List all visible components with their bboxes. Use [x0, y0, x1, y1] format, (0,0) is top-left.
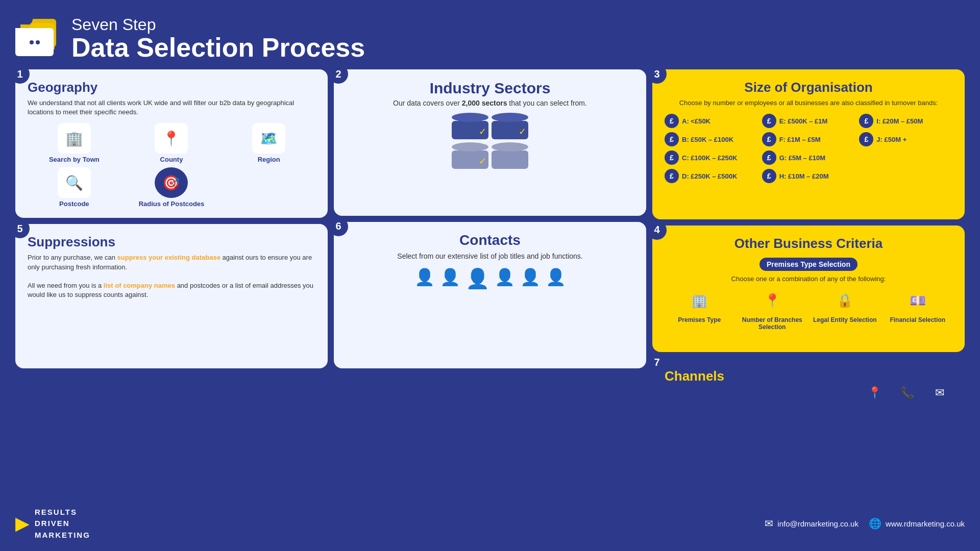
footer-email: ✉ info@rdmarketing.co.uk	[765, 517, 859, 530]
globe-icon: 🌐	[869, 517, 881, 530]
size-label-d: D: £250K – £500K	[682, 172, 737, 180]
geo-icons-grid: 🏢 Search by Town 📍 County 🗺️ Region 🔍 Po…	[28, 123, 315, 208]
pound-icon-j: £	[859, 132, 873, 146]
footer-website: 🌐 www.rdmarketing.co.uk	[869, 517, 965, 530]
db-icon-1: ✓	[452, 113, 488, 139]
right-column: 3 Size of Organisation Choose by number …	[652, 69, 965, 496]
pound-icon-h: £	[762, 169, 776, 183]
step5-body2: All we need from you is a list of compan…	[28, 281, 315, 299]
step2-title: Industry Sectors	[430, 80, 551, 96]
db-icon-4	[492, 142, 528, 169]
criteria-icons-grid: 🏢 Premises Type 📍 Number of Branches Sel…	[665, 288, 952, 331]
step4-subtitle: Choose one or a combination of any of th…	[665, 275, 952, 283]
geo-radius-icon: 🎯	[155, 167, 188, 198]
geo-county-icon: 📍	[155, 123, 188, 154]
size-item-a: £ A: <£50K	[665, 114, 758, 128]
person-icon-1: 👤	[414, 267, 435, 290]
content-layout: 1 Geography We understand that not all c…	[15, 69, 965, 496]
size-item-g: £ G: £5M – £10M	[762, 151, 855, 165]
geo-region-icon: 🗺️	[252, 123, 285, 154]
folder-icon	[15, 19, 61, 57]
geo-postcode-label: Postcode	[59, 200, 89, 208]
footer-contact: ✉ info@rdmarketing.co.uk 🌐 www.rdmarketi…	[765, 517, 965, 530]
db-icon-3: ✓	[452, 142, 488, 169]
geo-region-label: Region	[258, 156, 280, 163]
step5-body2-pre: All we need from you is a	[28, 282, 104, 289]
step2-badge: 2	[329, 64, 348, 84]
header-subtitle: Seven Step	[71, 15, 365, 34]
step5-title: Suppressions	[28, 234, 315, 250]
person-icon-3: 👤	[465, 267, 489, 290]
branches-icon: 📍	[759, 288, 786, 314]
premises-type-label: Premises Type	[678, 316, 721, 323]
email-icon: ✉	[765, 517, 773, 530]
size-item-empty2	[859, 169, 952, 183]
size-label-h: H: £10M – £20M	[779, 172, 829, 180]
pound-icon-g: £	[762, 151, 776, 165]
step6-badge: 6	[329, 217, 348, 236]
premises-badge: Premises Type Selection	[760, 258, 857, 271]
geo-item-radius: 🎯 Radius of Postcodes	[125, 167, 218, 208]
geo-town-label: Search by Town	[49, 156, 100, 163]
step3-size-card: 3 Size of Organisation Choose by number …	[652, 69, 965, 219]
step1-body: We understand that not all clients work …	[28, 98, 315, 117]
footer-logo-line1: RESULTS	[35, 507, 90, 518]
pound-icon-c: £	[665, 151, 679, 165]
step5-suppressions-card: 5 Suppressions Prior to any purchase, we…	[15, 224, 328, 368]
footer-logo-text: RESULTS DRIVEN MARKETING	[35, 507, 90, 541]
left-column: 1 Geography We understand that not all c…	[15, 69, 328, 368]
step3-badge: 3	[647, 64, 667, 84]
step7-badge: 7	[647, 353, 667, 372]
step6-title: Contacts	[459, 232, 521, 248]
step4-title: Other Business Criteria	[665, 236, 952, 252]
step3-subtitle: Choose by number or employees or all bus…	[665, 98, 952, 108]
person-icon-6: 👤	[546, 267, 566, 290]
step2-body-post: that you can select from.	[507, 99, 586, 107]
criteria-legal: 🔒 Legal Entity Selection	[810, 288, 880, 331]
step5-badge: 5	[10, 219, 30, 238]
size-item-c: £ C: £100K – £250K	[665, 151, 758, 165]
financial-label: Financial Selection	[890, 316, 945, 323]
footer: ▶ RESULTS DRIVEN MARKETING ✉ info@rdmark…	[15, 503, 965, 541]
size-label-f: F: £1M – £5M	[779, 136, 821, 143]
pound-icon-f: £	[762, 132, 776, 146]
step7-title: Channels	[665, 368, 862, 384]
legal-label: Legal Entity Selection	[813, 316, 877, 323]
pound-icon-a: £	[665, 114, 679, 128]
header-title: Data Selection Process	[71, 34, 365, 61]
geo-item-county: 📍 County	[125, 123, 218, 163]
footer-logo: ▶ RESULTS DRIVEN MARKETING	[15, 507, 90, 541]
footer-website-text: www.rdmarketing.co.uk	[886, 519, 965, 528]
step2-body-pre: Our data covers over	[393, 99, 462, 107]
size-item-j: £ J: £50M +	[859, 132, 952, 146]
size-label-i: I: £20M – £50M	[876, 117, 923, 125]
size-item-h: £ H: £10M – £20M	[762, 169, 855, 183]
geo-item-region: 🗺️ Region	[222, 123, 315, 163]
geo-item-postcode: 🔍 Postcode	[28, 167, 121, 208]
size-label-c: C: £100K – £250K	[682, 154, 737, 162]
mid-column: 2 Industry Sectors Our data covers over …	[334, 69, 646, 368]
step5-body1: Prior to any purchase, we can suppress y…	[28, 253, 315, 271]
person-icon-2: 👤	[440, 267, 460, 290]
size-item-d: £ D: £250K – £500K	[665, 169, 758, 183]
size-item-f: £ F: £1M – £5M	[762, 132, 855, 146]
main-container: Seven Step Data Selection Process 1 Geog…	[0, 0, 980, 551]
step3-title: Size of Organisation	[665, 80, 952, 95]
step2-body: Our data covers over 2,000 sectors that …	[393, 98, 587, 109]
channels-inner: Channels All records can be supplied wit…	[665, 368, 952, 406]
step1-badge: 1	[10, 64, 30, 84]
channel-email-icon: ✉	[927, 380, 952, 406]
step4-badge: 4	[647, 220, 667, 240]
footer-logo-line3: MARKETING	[35, 530, 90, 541]
step4-other-card: 4 Other Business Criteria Premises Type …	[652, 226, 965, 352]
pound-icon-b: £	[665, 132, 679, 146]
geo-item-town: 🏢 Search by Town	[28, 123, 121, 163]
pound-icon-d: £	[665, 169, 679, 183]
footer-email-text: info@rdmarketing.co.uk	[777, 519, 859, 528]
size-label-g: G: £5M – £10M	[779, 154, 825, 162]
branches-label: Number of Branches Selection	[738, 316, 807, 331]
step1-title: Geography	[28, 80, 315, 95]
pound-icon-e: £	[762, 114, 776, 128]
channels-icons: 📍 📞 ✉	[862, 380, 952, 406]
geo-radius-label: Radius of Postcodes	[139, 200, 205, 208]
